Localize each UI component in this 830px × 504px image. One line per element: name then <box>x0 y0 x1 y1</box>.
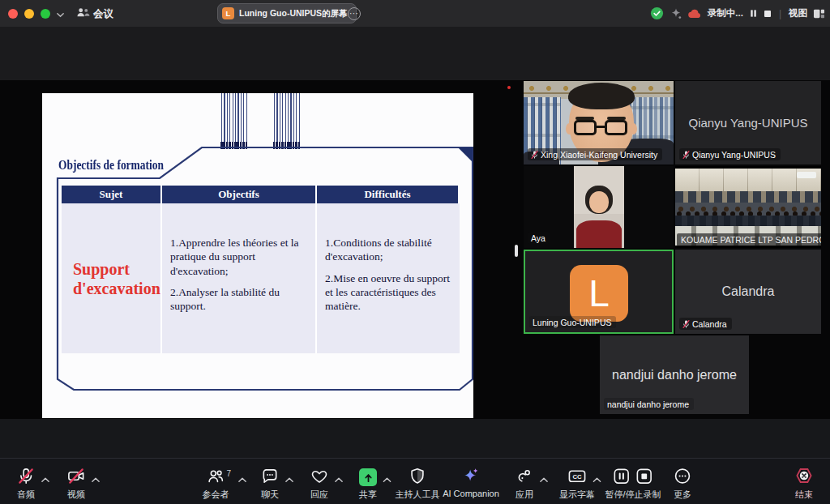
toolbar-chat-button[interactable]: 聊天 <box>261 468 280 501</box>
end-icon <box>794 466 814 489</box>
table-cell-objectifs: 1.Apprendre les théories et la pratique … <box>170 236 311 320</box>
table-header-sujet: Sujet <box>62 186 162 203</box>
close-button[interactable] <box>8 9 18 19</box>
participant-name-label: Aya <box>528 232 550 244</box>
toolbar-recording-button[interactable]: 暂停/停止录制 <box>605 468 661 501</box>
sparkle-icon[interactable] <box>670 7 682 20</box>
share-icon <box>359 468 377 486</box>
participant-name-label: Xing Xiaofei-Kaifeng University <box>528 148 662 160</box>
tab-title: Luning Guo-UNIPUS的屏幕 <box>239 8 348 19</box>
toolbar-label: 参会者 <box>203 489 229 501</box>
toolbar-label: 视频 <box>67 489 85 501</box>
security-shield-icon[interactable] <box>650 6 664 20</box>
participant-tile-aya[interactable]: Aya <box>524 166 674 248</box>
avatar: L <box>570 265 628 322</box>
toolbar-label: 更多 <box>674 489 691 501</box>
toolbar-label: 回应 <box>310 489 328 501</box>
cc-icon: CC <box>567 467 587 489</box>
toolbar-label: 暂停/停止录制 <box>605 489 661 501</box>
stop-recording-icon[interactable] <box>764 10 772 18</box>
participants-icon <box>207 467 225 489</box>
toolbar-label: 显示字幕 <box>559 489 595 501</box>
toolbar-video-button[interactable]: 视频 <box>67 468 86 501</box>
participant-tile-calandra[interactable]: CalandraCalandra <box>675 250 821 334</box>
mic-muted-icon <box>17 467 36 489</box>
participant-count: 7 <box>227 469 232 478</box>
participant-name-label: KOUAME PATRICE LTP SAN PEDRO <box>677 233 821 246</box>
chevron-down-icon[interactable] <box>56 8 65 23</box>
participant-tile-xing-xiaofei-kaifeng-university[interactable]: Xing Xiaofei-Kaifeng University <box>524 81 674 164</box>
participant-name-label: Luning Guo-UNIPUS <box>529 316 616 328</box>
annotation-dot <box>507 86 511 89</box>
stage-lower-margin <box>0 419 830 458</box>
chevron-up-icon[interactable] <box>285 472 294 486</box>
shield-icon <box>409 467 427 489</box>
toolbar-label: 主持人工具 <box>396 489 440 501</box>
divider: | <box>779 8 781 19</box>
pause-recording-icon[interactable] <box>749 9 758 18</box>
chevron-up-icon[interactable] <box>383 472 391 486</box>
maximize-button[interactable] <box>41 9 50 19</box>
toolbar-label: 聊天 <box>261 489 279 501</box>
toolbar-label: AI Companion <box>443 489 499 498</box>
toolbar-reactions-button[interactable]: 回应 <box>310 468 329 501</box>
panel-resize-handle[interactable] <box>515 245 518 257</box>
toolbar-apps-button[interactable]: 应用 <box>516 468 534 501</box>
toolbar-ai-companion-button[interactable]: AI Companion <box>443 468 499 498</box>
video-feed: KOUAME PATRICE LTP SAN PEDRO <box>675 166 821 248</box>
chevron-up-icon[interactable] <box>238 472 247 486</box>
more-icon <box>674 467 692 489</box>
toolbar-more-button[interactable]: 更多 <box>674 468 692 501</box>
participant-tile-nandjui-danho-jerome[interactable]: nandjui danho jeromenandjui danho jerome <box>600 335 749 414</box>
toolbar-end-button[interactable]: 结束 <box>794 468 814 501</box>
view-label[interactable]: 视图 <box>789 7 807 19</box>
chevron-up-icon[interactable] <box>593 472 601 486</box>
toolbar-host-tools-button[interactable]: 主持人工具 <box>396 468 440 501</box>
toolbar-label: 结束 <box>795 489 813 501</box>
titlebar-right: 录制中... | 视图 <box>650 0 825 27</box>
heart-icon <box>310 467 329 489</box>
minimize-button[interactable] <box>24 9 34 19</box>
view-layout-icon[interactable] <box>813 8 825 19</box>
table-cell-difficultes: 1.Conditions de stabilité d'excavation;2… <box>325 236 456 320</box>
slide-table: Sujet Objectifs Difficultés Support d'ex… <box>62 186 460 353</box>
chevron-up-icon[interactable] <box>92 472 101 486</box>
participant-tile-kouame-patrice-ltp-san-pedro[interactable]: KOUAME PATRICE LTP SAN PEDRO <box>675 166 821 248</box>
tab-more-button[interactable]: ⋯ <box>348 7 361 20</box>
cam-muted-icon <box>67 467 86 489</box>
toolbar-participants-button[interactable]: 7参会者 <box>203 468 229 501</box>
svg-text:CC: CC <box>572 473 582 481</box>
chevron-up-icon[interactable] <box>41 472 50 486</box>
video-feed <box>574 166 624 248</box>
ai-icon <box>461 466 481 489</box>
meeting-label: 会议 <box>93 7 113 21</box>
screen-share-tab[interactable]: L Luning Guo-UNIPUS的屏幕 ⋯ <box>217 3 357 23</box>
titlebar: 会议 L Luning Guo-UNIPUS的屏幕 ⋯ 录制中... | 视图 <box>0 0 830 27</box>
apps-icon <box>516 467 534 489</box>
traffic-lights <box>8 9 50 19</box>
meeting-stage: Objectifs de formation Sujet Objectifs D… <box>0 80 830 419</box>
recording-cloud-icon <box>688 8 702 19</box>
table-header-objectifs: Objectifs <box>162 186 317 203</box>
pause-recording-icon[interactable] <box>613 467 631 489</box>
participant-name-label: Qianyu Yang-UNIPUS <box>679 148 781 160</box>
toolbar-label: 音频 <box>17 489 35 501</box>
table-header-difficultes: Difficultés <box>317 186 458 203</box>
toolbar-audio-button[interactable]: 音频 <box>17 468 36 501</box>
participant-name-label: nandjui danho jerome <box>604 398 694 410</box>
tab-avatar: L <box>222 7 234 19</box>
toolbar-share-button[interactable]: 共享 <box>359 468 377 501</box>
participant-tile-luning-guo-unipus[interactable]: LLuning Guo-UNIPUS <box>524 250 674 334</box>
recording-status: 录制中... <box>708 7 743 19</box>
meeting-people-icon <box>76 6 90 22</box>
chevron-up-icon[interactable] <box>540 472 549 486</box>
stop-recording-icon[interactable] <box>635 467 654 489</box>
toolbar-label: 应用 <box>516 489 533 501</box>
chevron-up-icon[interactable] <box>335 472 344 486</box>
meeting-toolbar: 音频视频7参会者聊天回应共享主持人工具AI Companion应用CC显示字幕暂… <box>0 458 830 504</box>
slide-title: Objectifs de formation <box>58 158 164 173</box>
participant-name-label: Calandra <box>679 318 732 330</box>
chat-icon <box>261 467 280 489</box>
toolbar-captions-button[interactable]: CC显示字幕 <box>559 468 595 501</box>
participant-tile-qianyu-yang-unipus[interactable]: Qianyu Yang-UNIPUSQianyu Yang-UNIPUS <box>675 81 821 164</box>
